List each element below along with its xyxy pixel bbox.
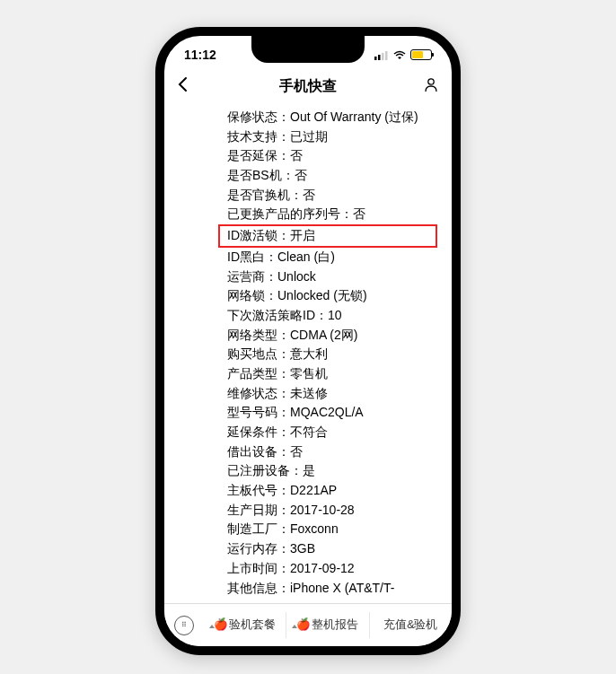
keyboard-toggle-button[interactable]: ⠿ xyxy=(164,616,204,635)
phone-frame: 11:12 手机快查 保修状态：Out Of Warranty (过保) 技术支… xyxy=(155,27,461,655)
info-row: 主板代号：D221AP xyxy=(227,481,437,501)
info-row: 购买地点：意大利 xyxy=(227,345,437,364)
info-row: 制造工厂：Foxconn xyxy=(227,520,437,539)
page-title: 手机快查 xyxy=(279,77,337,96)
info-row: 技术支持：已过期 xyxy=(227,127,437,147)
tab-inspection-plans[interactable]: 🍎验机套餐 xyxy=(204,612,286,638)
signal-icon xyxy=(374,50,389,60)
user-icon[interactable] xyxy=(418,76,439,96)
chevron-up-icon xyxy=(209,625,215,628)
info-row: 网络类型：CDMA (2网) xyxy=(227,326,437,346)
svg-point-4 xyxy=(428,79,434,84)
bottom-tab-bar: ⠿ 🍎验机套餐 🍎整机报告 充值&验机 xyxy=(164,603,452,646)
wifi-icon xyxy=(392,50,407,60)
info-row: 已注册设备：是 xyxy=(227,461,437,481)
info-row: 是否延保：否 xyxy=(227,146,437,166)
info-row: 下次激活策略ID：10 xyxy=(227,306,437,326)
activation-lock-highlight: ID激活锁：开启 xyxy=(218,224,437,248)
device-info-list[interactable]: 保修状态：Out Of Warranty (过保) 技术支持：已过期 是否延保：… xyxy=(164,104,452,600)
tab-full-report[interactable]: 🍎整机报告 xyxy=(286,612,368,638)
keyboard-icon: ⠿ xyxy=(174,616,194,635)
info-row: 其他信息：iPhone X (AT&T/T-Mobile/Global/A190… xyxy=(227,579,437,600)
info-row: 生产日期：2017-10-28 xyxy=(227,501,437,521)
info-row: 借出设备：否 xyxy=(227,442,437,462)
svg-rect-0 xyxy=(374,57,377,60)
info-row: 延保条件：不符合 xyxy=(227,423,437,442)
info-row: 运行内存：3GB xyxy=(227,539,437,559)
nav-bar: 手机快查 xyxy=(164,68,452,104)
info-row: 保修状态：Out Of Warranty (过保) xyxy=(227,108,437,127)
info-row: ID黑白：Clean (白) xyxy=(227,248,437,267)
apple-icon: 🍎 xyxy=(214,618,228,631)
info-row: 网络锁：Unlocked (无锁) xyxy=(227,286,437,306)
info-row: 是否官换机：否 xyxy=(227,186,437,206)
info-row: 上市时间：2017-09-12 xyxy=(227,559,437,579)
battery-icon xyxy=(410,49,432,60)
notch xyxy=(251,36,365,63)
info-row: 产品类型：零售机 xyxy=(227,364,437,384)
apple-icon: 🍎 xyxy=(296,618,311,631)
status-time: 11:12 xyxy=(184,48,216,62)
info-row: 已更换产品的序列号：否 xyxy=(227,205,437,224)
svg-rect-3 xyxy=(385,51,388,60)
chevron-up-icon xyxy=(292,625,297,628)
info-row: 型号号码：MQAC2QL/A xyxy=(227,403,437,423)
info-row: 运营商：Unlock xyxy=(227,267,437,287)
back-button[interactable] xyxy=(177,76,198,97)
info-row: 维修状态：未送修 xyxy=(227,384,437,404)
svg-rect-2 xyxy=(382,53,384,60)
tab-recharge[interactable]: 充值&验机 xyxy=(369,612,452,638)
info-row: 是否BS机：否 xyxy=(227,166,437,186)
svg-rect-1 xyxy=(378,55,381,60)
